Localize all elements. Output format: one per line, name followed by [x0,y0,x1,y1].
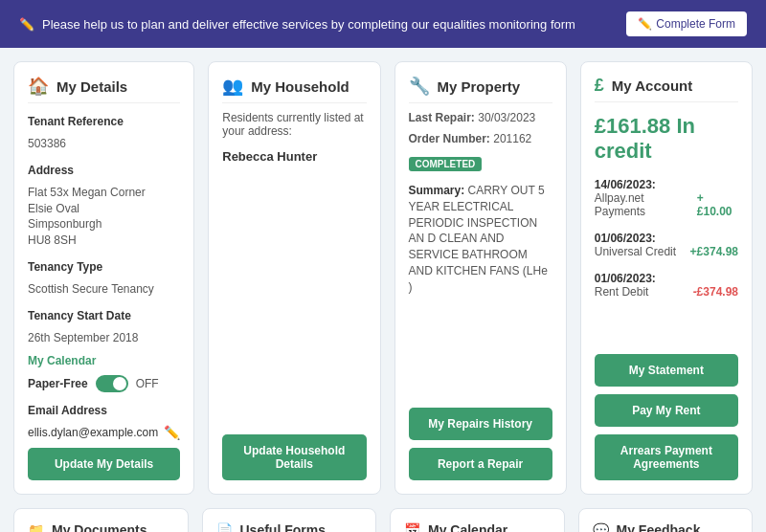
my-feedback-card: 💬 My Feedback Rebecca Hunter, your feedb… [578,508,754,532]
pay-my-rent-button[interactable]: Pay My Rent [595,394,738,427]
main-cards-grid: 🏠 My Details Tenant Reference 503386 Add… [0,48,766,508]
transaction-3-row: Rent Debit -£374.98 [595,285,738,299]
household-icon: 👥 [222,76,243,97]
email-label: Email Address [28,404,180,417]
transaction-3: 01/06/2023: Rent Debit -£374.98 [595,272,738,299]
address-label: Address [28,164,180,177]
tenant-ref-label: Tenant Reference [28,115,180,128]
transaction-1: 14/06/2023: Allpay.net Payments +£10.00 [595,178,738,218]
my-feedback-title: My Feedback [617,522,701,532]
transaction-3-date: 01/06/2023: [595,272,738,285]
my-repairs-history-button[interactable]: My Repairs History [409,408,552,440]
account-icon: £ [595,76,604,96]
my-household-header: 👥 My Household [222,76,366,103]
transaction-1-date: 14/06/2023: [595,178,738,191]
transaction-3-amount: -£374.98 [693,285,738,299]
residents-text: Residents currently listed at your addre… [222,111,366,138]
my-household-title: My Household [251,78,349,95]
transaction-1-amount: +£10.00 [697,191,738,218]
email-row: ellis.dylan@example.com ✏️ [28,425,180,440]
banner: ✏️ Please help us to plan and deliver ef… [0,0,766,48]
my-calendar-title: My Calendar [428,522,507,532]
account-balance: £161.88 In credit [595,114,738,164]
complete-form-icon: ✏️ [638,17,652,31]
last-repair-label: Last Repair: [409,111,475,124]
email-value: ellis.dylan@example.com [28,426,158,439]
my-documents-title: My Documents [52,522,147,532]
transaction-2-amount: +£374.98 [690,245,738,258]
my-documents-card: 📁 My Documents No recent documents [13,508,189,532]
paper-free-toggle[interactable] [96,375,128,392]
last-repair-date: 30/03/2023 [478,111,535,124]
update-my-details-button[interactable]: Update My Details [28,448,180,480]
order-number-row: Order Number: 201162 [409,132,552,145]
my-account-header: £ My Account [595,76,738,102]
my-details-header: 🏠 My Details [28,76,180,103]
transaction-2-date: 01/06/2023: [595,232,738,245]
my-property-title: My Property [438,78,521,95]
repair-summary: Summary: CARRY OUT 5 YEAR ELECTRICAL PER… [409,183,552,296]
calendar-icon: 📅 [404,522,420,532]
my-household-card: 👥 My Household Residents currently liste… [208,61,380,495]
my-details-card: 🏠 My Details Tenant Reference 503386 Add… [13,61,194,495]
complete-form-label: Complete Form [656,17,735,31]
bottom-cards-grid: 📁 My Documents No recent documents 📄 Use… [0,508,766,532]
banner-icon: ✏️ [19,17,34,32]
tenancy-type-value: Scottish Secure Tenancy [28,281,180,298]
resident-name: Rebecca Hunter [222,149,366,164]
order-number-label: Order Number: [409,132,490,145]
banner-message: Please help us to plan and deliver effec… [42,17,575,32]
useful-forms-title: Useful Forms [240,522,326,532]
my-details-title: My Details [56,78,127,95]
forms-icon: 📄 [216,522,233,532]
status-badge: COMPLETED [409,157,483,171]
paper-free-label: Paper-Free [28,377,88,390]
toggle-knob [113,377,126,390]
transaction-2-desc: Universal Credit [595,245,676,258]
complete-form-button[interactable]: ✏️ Complete Form [626,11,747,36]
my-statement-button[interactable]: My Statement [595,354,738,387]
useful-forms-card: 📄 Useful Forms My Home User Guide [202,508,377,532]
tenancy-start-value: 26th September 2018 [28,330,180,346]
summary-text: CARRY OUT 5 YEAR ELECTRICAL PERIODIC INS… [409,184,548,294]
my-calendar-card: 📅 My Calendar Sorry no forthcoming event… [390,508,565,532]
my-documents-header: 📁 My Documents [28,522,174,532]
last-repair-row: Last Repair: 30/03/2023 [409,111,552,124]
my-property-card: 🔧 My Property Last Repair: 30/03/2023 Or… [394,61,567,495]
home-icon: 🏠 [28,76,49,97]
transaction-3-desc: Rent Debit [595,285,649,299]
my-property-header: 🔧 My Property [409,76,552,103]
my-feedback-header: 💬 My Feedback [593,522,739,532]
report-repair-button[interactable]: Report a Repair [409,448,552,480]
toggle-state: OFF [136,377,159,390]
useful-forms-header: 📄 Useful Forms [216,522,363,532]
tenant-ref-value: 503386 [28,136,180,152]
my-calendar-link[interactable]: My Calendar [28,354,180,367]
arrears-payment-button[interactable]: Arrears Payment Agreements [595,434,738,480]
my-account-card: £ My Account £161.88 In credit 14/06/202… [580,61,753,495]
banner-left: ✏️ Please help us to plan and deliver ef… [19,17,575,32]
transaction-1-row: Allpay.net Payments +£10.00 [595,191,738,218]
edit-email-icon[interactable]: ✏️ [164,425,180,440]
property-icon: 🔧 [409,76,430,97]
address-value: Flat 53x Megan CornerElsie OvalSimpsonbu… [28,185,180,249]
tenancy-type-label: Tenancy Type [28,260,180,274]
update-household-button[interactable]: Update Household Details [222,434,366,480]
paper-free-row: Paper-Free OFF [28,375,180,392]
documents-icon: 📁 [28,522,44,532]
transaction-2-row: Universal Credit +£374.98 [595,245,738,258]
transaction-2: 01/06/2023: Universal Credit +£374.98 [595,232,738,258]
summary-label: Summary: [409,184,465,197]
tenancy-start-label: Tenancy Start Date [28,309,180,322]
my-account-title: My Account [612,78,692,94]
transaction-1-desc: Allpay.net Payments [595,191,697,218]
my-calendar-header: 📅 My Calendar [404,522,551,532]
feedback-icon: 💬 [593,522,609,532]
order-number-value: 201162 [493,132,531,145]
